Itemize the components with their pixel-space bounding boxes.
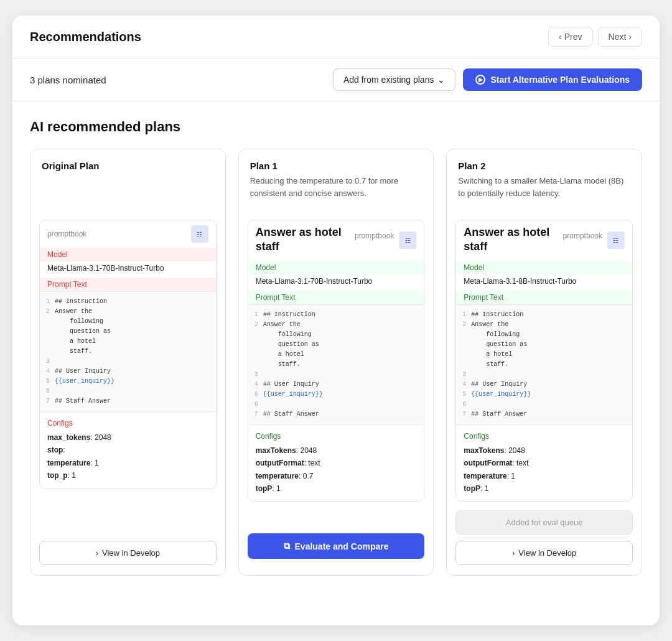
next-button[interactable]: Next › (598, 27, 642, 47)
config-row: temperature: 1 (47, 457, 208, 469)
page-title: Recommendations (30, 30, 141, 44)
plan-header-original: Original Plan (30, 149, 225, 211)
plan-footer-plan2: Added for eval queue › View in Develop (447, 502, 642, 575)
code-block-plan1: 1## Instruction 2Answer the following qu… (248, 304, 424, 424)
inner-card-label-plan2: promptbook (563, 232, 602, 240)
inner-card-label-original: promptbook (47, 230, 86, 238)
evaluate-button-plan1[interactable]: ⧉ Evaluate and Compare (248, 533, 425, 559)
plan-name-original: Original Plan (42, 161, 214, 171)
config-row: topP: 1 (256, 482, 417, 495)
config-row: maxTokens: 2048 (464, 444, 625, 457)
plan-name-plan1: Plan 1 (250, 161, 422, 171)
header: Recommendations ‹ Prev Next › (12, 16, 660, 58)
configs-section-original: Configs max_tokens: 2048 stop: temperatu… (40, 411, 216, 489)
prev-button[interactable]: ‹ Prev (548, 27, 592, 47)
chevron-right-icon: › (628, 32, 632, 42)
model-value-plan1: Meta-Llama-3.1-70B-Instruct-Turbo (248, 274, 424, 291)
plan-body-original: promptbook ☷ Model Meta-Llama-3.1-70B-In… (30, 211, 225, 532)
start-eval-button[interactable]: ▶ Start Alternative Plan Evaluations (463, 68, 642, 91)
code-block-plan2: 1## Instruction 2Answer the following qu… (456, 304, 632, 424)
config-row: maxTokens: 2048 (256, 444, 417, 457)
configs-label-plan2: Configs (464, 430, 625, 444)
view-develop-button-plan2[interactable]: › View in Develop (455, 541, 633, 565)
plans-grid: Original Plan promptbook ☷ Model Meta-Ll… (30, 149, 642, 576)
arrow-right-icon: › (96, 548, 98, 558)
inner-card-header-plan1: Answer as hotel staff promptbook ☷ (248, 220, 424, 261)
plan-desc-plan2: Switching to a smaller Meta-Llama model … (458, 175, 630, 205)
configs-section-plan1: Configs maxTokens: 2048 outputFormat: te… (248, 424, 424, 502)
configs-section-plan2: Configs maxTokens: 2048 outputFormat: te… (456, 424, 632, 502)
configs-label-original: Configs (47, 417, 208, 431)
config-row: outputFormat: text (256, 457, 417, 469)
chevron-left-icon: ‹ (559, 32, 562, 42)
plans-nominated-label: 3 plans nominated (30, 75, 106, 85)
plan-footer-plan1: ⧉ Evaluate and Compare (239, 525, 434, 575)
plan-card-original: Original Plan promptbook ☷ Model Meta-Ll… (30, 149, 226, 576)
plan-big-title-plan2: Answer as hotel staff (464, 225, 562, 255)
model-value-original: Meta-Llama-3.1-70B-Instruct-Turbo (40, 261, 216, 278)
inner-card-label-plan1: promptbook (355, 232, 394, 240)
arrow-right-icon: › (512, 548, 515, 558)
config-row: topP: 1 (464, 482, 625, 495)
config-row: stop: (47, 444, 208, 456)
plan-card-plan2: Plan 2 Switching to a smaller Meta-Llama… (446, 149, 642, 576)
prompt-badge-original: Prompt Text (40, 278, 216, 291)
toolbar: 3 plans nominated Add from existing plan… (12, 58, 660, 101)
prompt-badge-plan2: Prompt Text (456, 291, 632, 304)
plan-big-title-plan1: Answer as hotel staff (256, 225, 355, 255)
inner-card-header-original: promptbook ☷ (40, 220, 216, 248)
play-icon: ▶ (475, 75, 485, 85)
thumbnail-icon-plan1: ☷ (399, 232, 416, 249)
plan-inner-card-plan1: Answer as hotel staff promptbook ☷ Model… (248, 220, 425, 502)
plan-desc-original (42, 175, 214, 205)
config-row: outputFormat: text (464, 457, 625, 469)
model-value-plan2: Meta-Llama-3.1-8B-Instruct-Turbo (456, 274, 632, 291)
chevron-down-icon: ⌄ (437, 75, 445, 85)
model-badge-plan1: Model (248, 261, 424, 274)
section-title: AI recommended plans (30, 119, 642, 135)
config-row: temperature: 0.7 (256, 470, 417, 482)
plan-name-plan2: Plan 2 (458, 161, 630, 171)
thumbnail-icon-original: ☷ (191, 225, 208, 243)
header-nav: ‹ Prev Next › (548, 27, 642, 47)
plan-inner-card-original: promptbook ☷ Model Meta-Llama-3.1-70B-In… (39, 220, 217, 489)
plan-card-plan1: Plan 1 Reducing the temperature to 0.7 f… (238, 149, 434, 576)
configs-label-plan1: Configs (256, 430, 417, 444)
prompt-badge-plan1: Prompt Text (248, 291, 424, 304)
model-badge-plan2: Model (456, 261, 632, 274)
plan-body-plan1: Answer as hotel staff promptbook ☷ Model… (239, 211, 434, 525)
evaluate-icon: ⧉ (284, 541, 290, 551)
plan-inner-card-plan2: Answer as hotel staff promptbook ☷ Model… (455, 220, 633, 502)
plan-header-plan2: Plan 2 Switching to a smaller Meta-Llama… (447, 149, 642, 211)
eval-queue-badge-plan2: Added for eval queue (455, 510, 633, 535)
main-container: Recommendations ‹ Prev Next › 3 plans no… (12, 16, 660, 625)
plan-header-plan1: Plan 1 Reducing the temperature to 0.7 f… (239, 149, 434, 211)
plan-body-plan2: Answer as hotel staff promptbook ☷ Model… (447, 211, 642, 502)
config-row: temperature: 1 (464, 470, 625, 482)
config-row: top_p: 1 (47, 469, 208, 482)
content: AI recommended plans Original Plan promp… (12, 101, 660, 596)
code-block-original: 1## Instruction 2Answer the following qu… (40, 291, 216, 411)
model-badge-original: Model (40, 248, 216, 261)
toolbar-right: Add from existing plans ⌄ ▶ Start Altern… (333, 68, 642, 91)
add-existing-button[interactable]: Add from existing plans ⌄ (333, 68, 456, 91)
inner-card-header-plan2: Answer as hotel staff promptbook ☷ (456, 220, 632, 261)
thumbnail-icon-plan2: ☷ (607, 232, 625, 249)
plan-desc-plan1: Reducing the temperature to 0.7 for more… (250, 175, 422, 205)
config-row: max_tokens: 2048 (47, 431, 208, 444)
plan-footer-original: › View in Develop (30, 532, 225, 575)
view-develop-button-original[interactable]: › View in Develop (39, 541, 217, 565)
